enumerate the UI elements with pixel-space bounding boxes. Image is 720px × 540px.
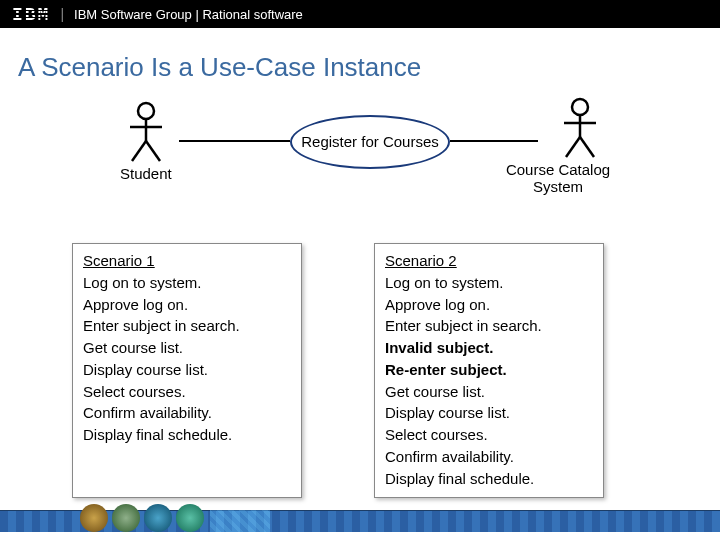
slide-header: IBM | IBM Software Group | Rational soft… — [0, 0, 720, 28]
scenario-step: Select courses. — [385, 424, 589, 446]
scenario-step: Confirm availability. — [385, 446, 589, 468]
scenario-step: Re-enter subject. — [385, 359, 589, 381]
header-text: IBM Software Group | Rational software — [74, 7, 303, 22]
slide-title: A Scenario Is a Use-Case Instance — [0, 28, 720, 93]
scenario-step: Display course list. — [83, 359, 287, 381]
svg-line-9 — [580, 137, 594, 157]
actor-course-catalog-label: Course Catalog System — [493, 161, 623, 195]
svg-line-8 — [566, 137, 580, 157]
scenario-step: Enter subject in search. — [83, 315, 287, 337]
scenario-step: Enter subject in search. — [385, 315, 589, 337]
scenario-step: Display final schedule. — [83, 424, 287, 446]
scenario-step: Log on to system. — [83, 272, 287, 294]
scenario-step: Select courses. — [83, 381, 287, 403]
ibm-logo: IBM — [12, 5, 50, 24]
footer-hatch-icon — [210, 510, 270, 532]
usecase-label: Register for Courses — [301, 133, 439, 150]
scenario-step: Display final schedule. — [385, 468, 589, 490]
scenario-step: Invalid subject. — [385, 337, 589, 359]
scenario-step: Log on to system. — [385, 272, 589, 294]
svg-line-4 — [146, 141, 160, 161]
usecase-oval: Register for Courses — [290, 115, 450, 169]
footer-medallion-icon — [112, 504, 140, 532]
footer-medallion-icon — [80, 504, 108, 532]
scenario-row: Scenario 1Log on to system.Approve log o… — [0, 243, 720, 498]
scenario-step: Confirm availability. — [83, 402, 287, 424]
svg-point-5 — [572, 99, 588, 115]
header-divider: | — [60, 6, 64, 22]
scenario-step: Approve log on. — [83, 294, 287, 316]
actor-student-label: Student — [120, 165, 172, 182]
actor-course-catalog: Course Catalog System — [536, 97, 623, 195]
scenario-title: Scenario 1 — [83, 250, 287, 272]
actor-student: Student — [120, 101, 172, 182]
svg-point-0 — [138, 103, 154, 119]
svg-line-3 — [132, 141, 146, 161]
usecase-diagram: Student Register for Courses Course Cata… — [0, 93, 720, 253]
scenario-step: Approve log on. — [385, 294, 589, 316]
scenario-step: Get course list. — [385, 381, 589, 403]
scenario-step: Display course list. — [385, 402, 589, 424]
footer-icons — [80, 504, 204, 532]
scenario-title: Scenario 2 — [385, 250, 589, 272]
footer-medallion-icon — [144, 504, 172, 532]
stick-figure-icon — [558, 97, 602, 159]
scenario-box: Scenario 1Log on to system.Approve log o… — [72, 243, 302, 498]
scenario-step: Get course list. — [83, 337, 287, 359]
scenario-box: Scenario 2Log on to system.Approve log o… — [374, 243, 604, 498]
association-line-right — [450, 140, 538, 142]
stick-figure-icon — [124, 101, 168, 163]
footer-medallion-icon — [176, 504, 204, 532]
slide-footer — [0, 510, 720, 540]
association-line-left — [179, 140, 290, 142]
